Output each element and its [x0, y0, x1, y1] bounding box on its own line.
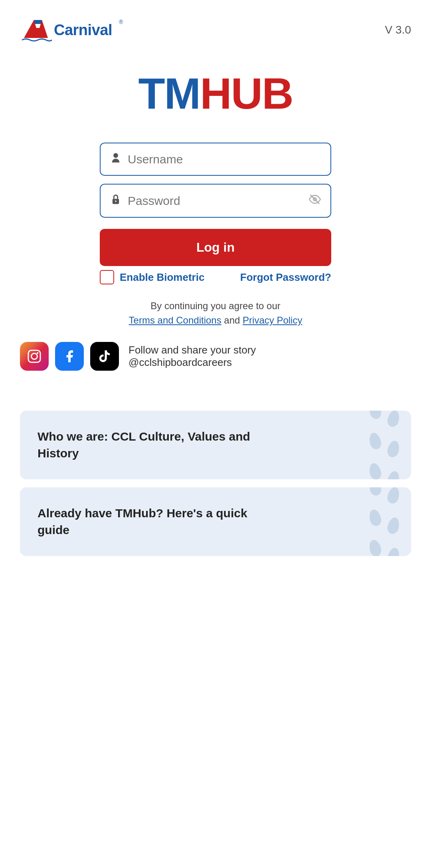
- password-input[interactable]: [128, 194, 302, 208]
- card-culture-title-start: Who we are:: [38, 430, 111, 443]
- biometric-container: Enable Biometric: [100, 270, 204, 284]
- tiktok-icon[interactable]: [90, 342, 119, 371]
- carnival-logo-image: Carnival ®: [20, 16, 124, 44]
- card-decoration-1: [370, 411, 399, 479]
- instagram-icon[interactable]: [20, 342, 49, 371]
- login-button[interactable]: Log in: [100, 229, 331, 266]
- svg-text:®: ®: [119, 19, 123, 25]
- forgot-password-link[interactable]: Forgot Password?: [240, 271, 331, 284]
- card-guide[interactable]: Already have TMHub? Here's a quick guide: [20, 487, 411, 556]
- user-icon: [110, 152, 121, 166]
- svg-point-7: [32, 354, 38, 360]
- card-decoration-2: [370, 487, 399, 556]
- card-culture-title: Who we are: CCL Culture, Values and Hist…: [38, 428, 251, 462]
- options-row: Enable Biometric Forgot Password?: [100, 270, 331, 284]
- version-label: V 3.0: [385, 24, 411, 36]
- biometric-label: Enable Biometric: [120, 271, 204, 284]
- header: Carnival ® V 3.0: [0, 0, 431, 52]
- terms-section: By continuing you agree to our Terms and…: [20, 300, 411, 326]
- app-logo: TMHUB: [138, 68, 293, 119]
- privacy-link[interactable]: Privacy Policy: [243, 315, 302, 326]
- biometric-checkbox[interactable]: [100, 270, 114, 284]
- card-guide-title: Already have TMHub? Here's a quick guide: [38, 505, 251, 538]
- terms-agreement-text: By continuing you agree to our: [20, 300, 411, 312]
- lock-icon: [110, 194, 121, 208]
- follow-text: Follow and share your story: [129, 344, 256, 356]
- app-logo-tm: TM: [138, 69, 200, 118]
- card-culture[interactable]: Who we are: CCL Culture, Values and Hist…: [20, 411, 411, 479]
- toggle-password-icon[interactable]: [309, 193, 321, 208]
- svg-rect-6: [28, 350, 40, 362]
- social-section: Follow and share your story @cclshipboar…: [20, 342, 411, 371]
- login-form: Log in: [100, 143, 331, 266]
- svg-point-3: [115, 201, 117, 202]
- social-icons: [20, 342, 119, 371]
- main-content: TMHUB: [0, 52, 431, 387]
- carnival-logo: Carnival ®: [20, 16, 124, 44]
- card-guide-title-bold: TMHub: [115, 506, 156, 520]
- terms-link[interactable]: Terms and Conditions: [129, 315, 221, 326]
- card-guide-title-start: Already have: [38, 506, 115, 520]
- password-field-wrapper: [100, 184, 331, 218]
- social-text: Follow and share your story @cclshipboar…: [129, 344, 256, 369]
- social-handle: @cclshipboardcareers: [129, 356, 256, 369]
- facebook-icon[interactable]: [55, 342, 84, 371]
- username-input[interactable]: [128, 153, 321, 166]
- cards-section: Who we are: CCL Culture, Values and Hist…: [0, 411, 431, 556]
- username-field-wrapper: [100, 143, 331, 176]
- app-logo-hub: HUB: [200, 69, 293, 118]
- terms-links: Terms and Conditions and Privacy Policy: [20, 315, 411, 326]
- terms-and: and: [224, 315, 240, 326]
- svg-text:Carnival: Carnival: [54, 22, 112, 38]
- svg-point-8: [37, 352, 39, 354]
